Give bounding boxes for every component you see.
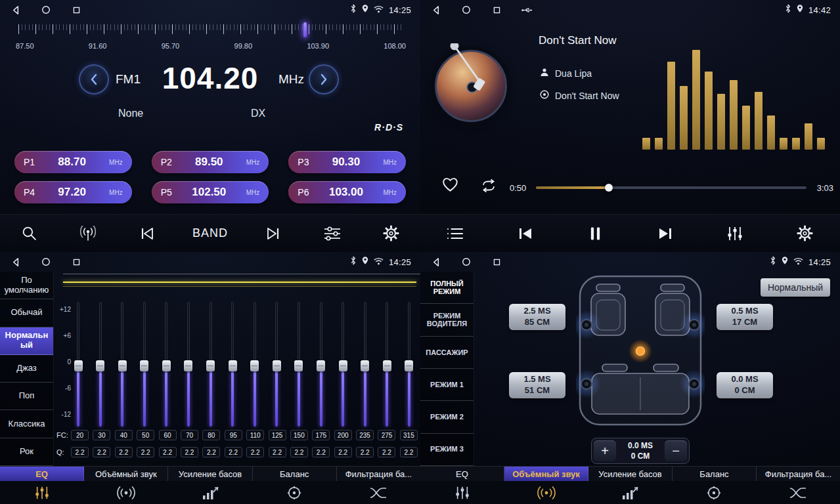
eq-band-slider[interactable] [96,302,105,427]
surround-preset-button[interactable]: Нормальный [761,278,830,297]
frequency-ruler[interactable] [18,24,403,37]
fc-value[interactable]: 80 [202,430,220,440]
eq-band-slider[interactable] [184,302,193,427]
tab-bass-boost[interactable]: Усиление басов [168,467,252,481]
album-art[interactable] [432,43,512,125]
nav-back-icon[interactable] [430,5,443,15]
fc-value[interactable]: 315 [400,430,418,440]
nav-home-icon[interactable] [460,257,473,266]
nav-recents-icon[interactable] [490,6,503,14]
tab-filter[interactable]: Фильтрация ба... [337,467,420,481]
fc-value[interactable]: 40 [115,430,133,440]
slider-knob[interactable] [118,360,127,371]
nav-back-icon[interactable] [9,257,22,267]
settings-gear-icon[interactable] [792,225,818,242]
eq-band-slider[interactable] [140,302,149,427]
eq-band-slider[interactable] [272,302,281,427]
tab-eq[interactable]: EQ [420,467,504,481]
delay-chip-rear-left[interactable]: 1.5 MS51 CM [509,372,565,398]
pause-icon[interactable] [582,226,608,242]
fc-value[interactable]: 200 [334,430,352,440]
q-value[interactable]: 2.2 [137,447,154,457]
eq-band-slider[interactable] [338,302,347,427]
q-value[interactable]: 2.2 [71,447,89,457]
preset-button-p4[interactable]: P497.20MHz [14,181,132,203]
nav-home-icon[interactable] [39,257,53,266]
eq-band-slider[interactable] [206,302,215,427]
next-track-icon[interactable] [652,226,678,241]
previous-station-icon[interactable] [134,226,160,241]
eq-preset-custom[interactable]: Обычай [0,299,53,327]
slider-knob[interactable] [140,360,148,371]
q-value[interactable]: 2.2 [246,447,264,457]
favorite-icon[interactable] [441,176,459,195]
progress-bar[interactable] [536,186,807,189]
mode-driver[interactable]: РЕЖИМ ВОДИТЕЛЯ [420,304,474,336]
tuner-needle[interactable] [303,22,307,37]
eq-band-slider[interactable] [361,302,370,427]
slider-knob[interactable] [96,360,104,371]
slider-knob[interactable] [74,360,83,371]
eq-preset-jazz[interactable]: Джаз [0,355,53,383]
progress-knob[interactable] [605,184,613,192]
q-value[interactable]: 2.2 [202,447,220,457]
delay-chip-rear-right[interactable]: 0.0 MS0 CM [717,372,773,398]
slider-knob[interactable] [405,360,413,371]
q-value[interactable]: 2.2 [378,447,395,457]
tab-bass-boost[interactable]: Усиление басов [588,467,673,481]
q-value[interactable]: 2.2 [312,447,330,457]
preset-button-p5[interactable]: P5102.50MHz [152,181,269,203]
equalizer-faders-icon[interactable] [722,226,748,242]
tab-balance[interactable]: Баланс [253,467,337,481]
q-value[interactable]: 2.2 [356,447,374,457]
tune-up-button[interactable] [309,64,339,94]
slider-knob[interactable] [250,360,259,371]
eq-preset-classic[interactable]: Классика [0,410,53,438]
nav-back-icon[interactable] [430,257,443,267]
eq-preset-normal[interactable]: Нормальный [0,327,53,355]
eq-band-slider[interactable] [162,302,171,427]
fc-value[interactable]: 175 [312,430,330,440]
fc-value[interactable]: 70 [181,430,198,440]
previous-track-icon[interactable] [512,226,539,241]
fc-value[interactable]: 275 [378,430,395,440]
eq-faders-icon[interactable] [420,481,504,504]
fc-value[interactable]: 110 [246,430,264,440]
mode-1[interactable]: РЕЖИМ 1 [420,369,474,401]
filter-crossover-icon[interactable] [336,481,420,504]
mode-3[interactable]: РЕЖИМ 3 [420,434,474,466]
delay-chip-front-right[interactable]: 0.5 MS17 CM [717,304,773,330]
eq-preset-pop[interactable]: Поп [0,383,53,410]
fc-value[interactable]: 30 [93,430,110,440]
slider-knob[interactable] [361,360,369,371]
q-value[interactable]: 2.2 [400,447,418,457]
delay-increase-button[interactable]: + [594,440,616,461]
q-value[interactable]: 2.2 [225,447,242,457]
slider-knob[interactable] [229,360,237,371]
q-value[interactable]: 2.2 [181,447,198,457]
bass-boost-icon[interactable] [168,481,252,504]
scan-search-icon[interactable] [16,225,43,242]
delay-decrease-button[interactable]: − [665,440,687,461]
surround-icon[interactable] [84,481,168,504]
tab-surround[interactable]: Объёмный звук [84,467,168,481]
tune-down-button[interactable] [79,64,109,94]
nav-recents-icon[interactable] [490,258,503,266]
q-value[interactable]: 2.2 [115,447,133,457]
eq-band-slider[interactable] [405,302,414,427]
balance-icon[interactable] [672,481,756,504]
nav-home-icon[interactable] [460,5,473,14]
filter-crossover-icon[interactable] [756,481,840,504]
nav-recents-icon[interactable] [70,258,83,266]
playlist-icon[interactable] [442,227,468,240]
slider-knob[interactable] [383,360,391,371]
eq-band-slider[interactable] [118,302,127,427]
mode-2[interactable]: РЕЖИМ 2 [420,401,474,433]
settings-gear-icon[interactable] [378,225,404,242]
fc-value[interactable]: 235 [356,430,374,440]
mode-passenger[interactable]: ПАССАЖИР [420,337,474,369]
tab-balance[interactable]: Баланс [673,467,757,481]
q-value[interactable]: 2.2 [290,447,308,457]
tab-surround[interactable]: Объёмный звук [504,467,588,481]
q-value[interactable]: 2.2 [334,447,352,457]
